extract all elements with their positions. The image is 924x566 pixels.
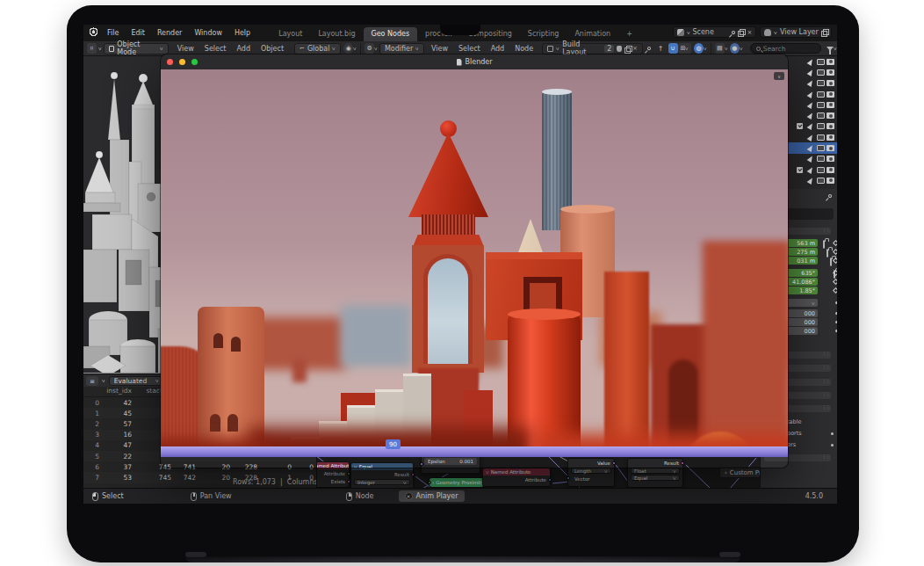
window-titlebar[interactable]: Blender [161,54,788,69]
hide-render-icon[interactable] [827,59,834,65]
hide-render-icon[interactable] [827,156,834,162]
hide-render-icon[interactable] [827,91,834,98]
hide-viewport-icon[interactable] [817,102,825,108]
topbar-menu-item[interactable]: Help [228,29,256,37]
workspace-tab[interactable]: Animation [567,27,618,41]
selectable-cursor-icon[interactable] [807,155,815,163]
hide-viewport-icon[interactable] [817,156,825,162]
view-layer-selector[interactable]: ∨ View Layer [760,26,832,38]
lock-icon[interactable] [830,258,832,266]
pin-icon[interactable] [732,30,737,35]
fake-user-shield-icon[interactable] [617,46,621,52]
users-count-badge[interactable]: 2 [604,45,614,53]
selectable-cursor-icon[interactable] [807,144,815,152]
spreadsheet-icon[interactable]: ⊞ [86,376,98,386]
keyframe-icon[interactable] [833,240,837,246]
collapse-header-icon[interactable]: ∨ [774,72,784,80]
selectable-cursor-icon[interactable] [807,166,815,174]
node-geometry-proximity[interactable]: ›Geometry Proximity [429,477,485,487]
pin-icon[interactable] [827,193,833,199]
selectable-cursor-icon[interactable] [807,58,815,66]
node-menu-item[interactable]: Node [509,45,538,53]
editor-type-icon[interactable]: ⌗ [87,43,97,54]
socket[interactable] [567,476,570,480]
topbar-menu-item[interactable]: Render [151,29,188,37]
hide-render-icon[interactable] [827,102,834,108]
node-header[interactable]: ∨Named Attribute [483,468,550,475]
hide-render-icon[interactable] [827,167,834,173]
hide-viewport-icon[interactable] [817,69,825,76]
hide-render-icon[interactable] [827,112,834,119]
keyframe-icon[interactable] [833,249,837,255]
pin-icon[interactable] [646,46,652,51]
selectable-cursor-icon[interactable] [807,134,815,142]
hide-viewport-icon[interactable] [817,91,825,98]
socket[interactable] [548,478,552,482]
orientation-dropdown[interactable]: ⌐ Global ∨ [294,43,341,54]
column-header-inst-idx[interactable]: inst_idx [83,387,132,396]
new-layer-icon[interactable] [821,29,827,35]
node-named-attribute[interactable]: ∨Named Attribute Attribute [482,468,551,487]
hide-render-icon[interactable] [827,123,834,129]
scene-selector[interactable]: ∨ Scene × [673,26,757,38]
hide-render-icon[interactable] [827,145,834,151]
selectable-cursor-icon[interactable] [807,79,815,87]
mode-dropdown[interactable]: Object Mode ∨ [104,43,169,54]
socket[interactable] [428,481,431,484]
animate-dot[interactable] [835,330,837,332]
hide-render-icon[interactable] [827,178,834,184]
close-icon[interactable]: × [747,29,752,36]
viewport-menu-item[interactable]: Add [231,45,256,53]
hide-viewport-icon[interactable] [817,112,825,119]
selectable-cursor-icon[interactable] [807,69,815,76]
viewport-menu-item[interactable]: Object [256,45,289,53]
playback-progress-bar[interactable] [161,446,788,457]
topbar-menu-item[interactable]: Edit [125,29,151,37]
selectable-cursor-icon[interactable] [807,177,815,185]
hide-viewport-icon[interactable] [817,145,825,151]
hide-viewport-icon[interactable] [817,80,825,86]
workspace-tab[interactable]: Layout.big [310,27,363,41]
workspace-tab[interactable]: Geo Nodes [364,27,418,41]
selectable-cursor-icon[interactable] [807,90,815,98]
animate-dot[interactable] [831,432,834,435]
keyframe-icon[interactable] [833,287,837,294]
hide-viewport-icon[interactable] [817,167,825,173]
node-tree-selector[interactable]: ∨ Build Layout 2 × [542,43,643,54]
animate-dot[interactable] [835,301,837,304]
topbar-menu-item[interactable]: Window [188,29,228,37]
hide-viewport-icon[interactable] [817,59,825,65]
viewport-menu-item[interactable]: View [172,45,199,53]
hide-viewport-icon[interactable] [817,123,825,129]
hide-render-icon[interactable] [827,80,834,86]
snap-magnet-icon[interactable]: ∪ [668,43,678,54]
copy-node-tree-icon[interactable] [624,46,630,52]
animate-dot[interactable] [835,321,837,323]
operation-dropdown[interactable]: Length∨ [571,468,611,474]
dataset-dropdown[interactable]: Evaluated ∨ [109,376,164,386]
new-scene-icon[interactable] [738,29,744,35]
selectable-cursor-icon[interactable] [807,122,815,130]
hide-viewport-icon[interactable] [817,134,825,141]
hide-viewport-icon[interactable] [817,178,825,184]
blender-logo-icon[interactable] [88,27,99,39]
go-to-parent-icon[interactable]: ↑ [658,45,664,53]
data-type-dropdown[interactable]: Float∨ [631,468,680,474]
lock-icon[interactable] [827,249,828,258]
node-menu-item[interactable]: View [426,45,453,53]
node-menu-item[interactable]: Add [486,45,510,53]
node-mode-dropdown[interactable]: Modifier ∨ [379,43,424,54]
workspace-tab[interactable]: Scripting [520,27,567,41]
node-menu-item[interactable]: Select [453,45,486,53]
selectable-cursor-icon[interactable] [807,112,815,120]
socket[interactable] [411,473,415,476]
stop-icon[interactable]: × [405,492,413,500]
hide-render-icon[interactable] [827,69,834,76]
animate-dot[interactable] [835,312,837,315]
keyframe-icon[interactable] [833,279,837,285]
operation-dropdown[interactable]: Equal∨ [631,475,680,481]
shading-sphere-icon[interactable]: ● [730,43,740,54]
hide-render-icon[interactable] [827,134,834,141]
keyframe-icon[interactable] [833,258,837,264]
animate-dot[interactable] [831,444,834,446]
